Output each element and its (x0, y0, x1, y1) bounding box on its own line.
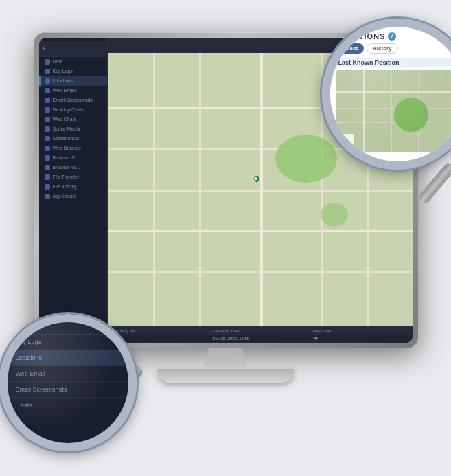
sidebar-item-filetransfer[interactable]: File Transfer (39, 172, 107, 182)
mini-map: ✛ + (336, 70, 452, 152)
location-icon (45, 78, 50, 84)
keylogs-icon (45, 69, 50, 74)
mag2-content: ta ▼ Key Logs Locations Web Email Email … (8, 322, 128, 443)
sidebar-item-emailscreenshots[interactable]: Email Screenshots (39, 95, 107, 105)
sidebar-item-socialmedia[interactable]: Social Media (39, 124, 107, 134)
sidebar-item-locations[interactable]: Locations (39, 76, 107, 86)
sidebar: F Data Key Logs Locations (39, 38, 108, 343)
sidebar-item-appusage[interactable]: App Usage (39, 192, 107, 201)
mag2-item-emailscreenshots[interactable]: Email Screenshots (8, 382, 128, 398)
mag2-item-webemail[interactable]: Web Email (8, 366, 128, 382)
magnifier-1-handle (417, 161, 451, 205)
appusage-icon (45, 194, 50, 199)
datetime-header: Date And Time (212, 329, 308, 333)
browserS-icon (45, 155, 50, 161)
monitor-base (157, 369, 294, 383)
socialmedia-icon (45, 126, 50, 132)
mag2-item-locations[interactable]: Locations (8, 350, 128, 366)
monitor-neck (198, 348, 253, 369)
tab-history[interactable]: History (367, 43, 398, 54)
emailscreenshots-icon (45, 98, 50, 103)
table-header: Accuracy (m) Date And Time Map View (108, 327, 413, 335)
mag2-section-data[interactable]: ta ▼ (8, 322, 128, 335)
info-icon: i (388, 32, 396, 41)
chevron-down-icon: ▼ (115, 325, 120, 331)
mapview-header: Map View (313, 329, 408, 333)
sidebar-item-fileactivity[interactable]: File Activity (39, 182, 107, 192)
browserW-icon (45, 165, 50, 170)
mapview-cell[interactable]: 🗺 (313, 337, 408, 341)
tab-latest[interactable]: Latest (336, 43, 365, 54)
sidebar-header: F (39, 41, 107, 57)
monitor: LOCATIONS i Latest History Last Known Po… (20, 32, 432, 444)
sidebar-item-webchats[interactable]: Web Chats (39, 115, 107, 124)
webbrowser-icon (45, 146, 50, 151)
screenshots-icon (45, 136, 50, 141)
sidebar-item-desktopchats[interactable]: Desktop Chats (39, 105, 107, 115)
last-known-position-label: Last Known Position (336, 58, 452, 67)
mag1-title-text: LOCATIONS (336, 32, 386, 41)
sidebar-item-keylogs[interactable]: Key Logs (39, 67, 107, 76)
sidebar-item-data[interactable]: Data (39, 57, 107, 67)
nav-cross-icon[interactable]: ✛ (339, 134, 354, 149)
datetime-cell: Dec 28, 2022, 16:55 (212, 337, 308, 341)
data-icon (45, 59, 50, 65)
mag2-item-chats[interactable]: ...hats (8, 398, 128, 413)
desktopchats-icon (45, 107, 50, 113)
sidebar-item-browserw[interactable]: Browser W... (39, 163, 107, 172)
filetransfer-icon (45, 174, 50, 180)
zoom-in-icon[interactable]: + (446, 139, 452, 149)
sidebar-item-webemail[interactable]: Web Email (39, 86, 107, 95)
data-table: Accuracy (m) Date And Time Map View 10 D… (108, 326, 413, 343)
sidebar-item-webbrowser[interactable]: Web Browser (39, 144, 107, 153)
webchats-icon (45, 117, 50, 122)
table-row: 10 Dec 28, 2022, 16:55 🗺 (108, 335, 413, 343)
sidebar-item-browsers[interactable]: Browser S... (39, 153, 107, 163)
magnifier-1: LOCATIONS i Latest History Last Known Po… (322, 19, 452, 170)
magnifier-2: ta ▼ Key Logs Locations Web Email Email … (0, 314, 137, 451)
mag2-item-keylogs[interactable]: Key Logs (8, 335, 128, 350)
webemail-icon (45, 88, 50, 93)
fileactivity-icon (45, 184, 50, 190)
sidebar-item-screenshots[interactable]: Screenshots (39, 134, 107, 144)
